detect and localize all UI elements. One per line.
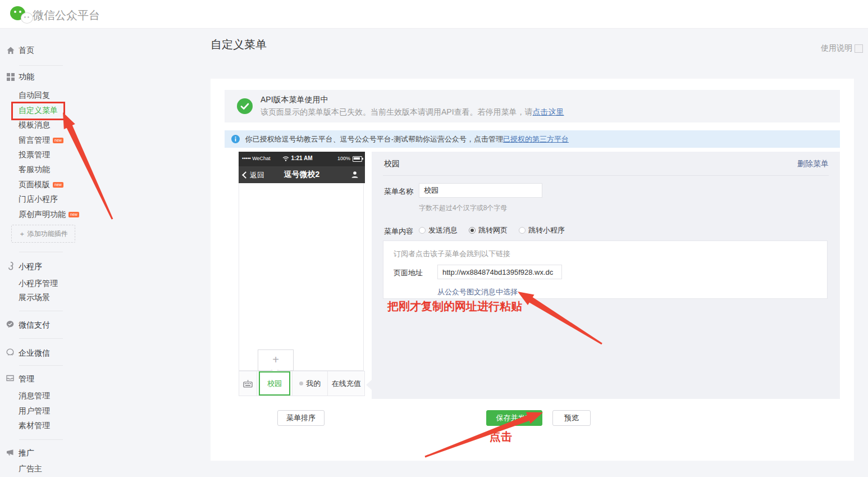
person-icon[interactable] xyxy=(350,170,359,179)
phone-menu-bar: 校园 我的 在线充值 xyxy=(239,371,365,396)
sidebar-item-message-manage[interactable]: 消息管理 xyxy=(19,391,50,401)
sidebar-section-miniprogram[interactable]: 小程序 xyxy=(19,262,42,272)
annotation-click-tip: 点击 xyxy=(490,429,512,444)
editor-title: 校园 xyxy=(384,159,400,169)
radio-icon xyxy=(519,227,526,234)
sidebar-section-wechat-pay[interactable]: 微信支付 xyxy=(19,320,50,330)
info-icon xyxy=(231,135,240,143)
link-tip: 订阅者点击该子菜单会跳到以下链接 xyxy=(394,249,510,259)
divider xyxy=(19,311,63,311)
sidebar-item-customer-service[interactable]: 客服功能 xyxy=(19,165,50,175)
sidebar-item-advertiser[interactable]: 广告主 xyxy=(19,464,42,474)
menu-name-label: 菜单名称 xyxy=(384,187,413,197)
sidebar-item-vote-manage[interactable]: 投票管理 xyxy=(19,150,50,160)
page-url-input[interactable] xyxy=(437,265,562,279)
delete-menu-link[interactable]: 删除菜单 xyxy=(797,159,829,169)
panel-tail xyxy=(366,380,372,390)
sidebar-item-template-message[interactable]: 模板消息 xyxy=(19,120,50,130)
new-badge: new xyxy=(53,182,63,188)
annotation-paste-tip: 把刚才复制的网址进行粘贴 xyxy=(387,299,522,314)
home-icon xyxy=(6,46,15,55)
api-menu-notice: API版本菜单使用中 该页面显示的菜单版本已失效。当前生效版本请调用API查看。… xyxy=(225,90,840,122)
phone-status-bar: ••••• WeChat 1:21 AM 100% xyxy=(239,152,365,166)
sidebar-item-page-template[interactable]: 页面模版new xyxy=(19,180,63,190)
divider xyxy=(19,65,63,66)
new-badge: new xyxy=(68,212,79,217)
stop-menu-link[interactable]: 点击这里 xyxy=(533,107,564,116)
miniprogram-icon xyxy=(6,261,15,270)
radio-jump-webpage[interactable]: 跳转网页 xyxy=(469,225,508,235)
phone-preview: ••••• WeChat 1:21 AM 100% 返回 逗号微校2 + 校园 … xyxy=(239,152,365,396)
grid-icon xyxy=(6,72,15,81)
manage-icon xyxy=(6,374,15,383)
divider xyxy=(19,252,63,252)
check-icon xyxy=(237,98,253,114)
menu-tab-mine[interactable]: 我的 xyxy=(292,371,328,396)
notice-title: API版本菜单使用中 xyxy=(261,95,328,105)
new-badge: new xyxy=(53,138,63,143)
sidebar-item-miniprogram-manage[interactable]: 小程序管理 xyxy=(19,279,58,289)
content-type-radios: 发送消息 跳转网页 跳转小程序 xyxy=(419,225,565,235)
sidebar-item-display-scene[interactable]: 展示场景 xyxy=(19,293,50,303)
arrow-to-custom-menu xyxy=(63,112,113,220)
notice-body: 该页面显示的菜单版本已失效。当前生效版本请调用API查看。若停用菜单，请点击这里 xyxy=(261,107,564,117)
preview-button[interactable]: 预览 xyxy=(552,410,591,426)
sidebar-item-material-manage[interactable]: 素材管理 xyxy=(19,421,50,431)
divider xyxy=(19,439,63,440)
menu-sort-button[interactable]: 菜单排序 xyxy=(277,410,325,426)
battery-icon xyxy=(353,156,362,162)
keyboard-icon xyxy=(243,380,253,388)
top-header: 微信公众平台 xyxy=(0,0,868,29)
submenu-dot-icon xyxy=(299,381,303,385)
wechat-pay-icon xyxy=(6,320,15,329)
menu-content-label: 菜单内容 xyxy=(384,226,413,237)
sidebar-section-work-wechat[interactable]: 企业微信 xyxy=(19,348,50,358)
sidebar-item-store-miniprogram[interactable]: 门店小程序 xyxy=(19,194,58,205)
account-title: 逗号微校2 xyxy=(239,170,365,180)
authorization-bar: 你已授权给逗号幼教云平台、逗号公众号平台-测试帮助你运营公众号，点击管理已授权的… xyxy=(225,130,840,148)
work-wechat-icon xyxy=(6,348,15,357)
radio-icon xyxy=(419,227,426,234)
keyboard-toggle[interactable] xyxy=(239,371,257,396)
battery-label: 100% xyxy=(337,156,350,161)
wechat-mp-platform: 微信公众平台 首页 功能 自动回复 自定义菜单 模板消息 留言管理new 投票管… xyxy=(0,0,868,477)
menu-tab-recharge[interactable]: 在线充值 xyxy=(327,371,364,396)
page-title: 自定义菜单 xyxy=(211,37,267,52)
divider xyxy=(19,365,63,366)
radio-jump-miniprogram[interactable]: 跳转小程序 xyxy=(519,225,565,235)
brand-title: 微信公众平台 xyxy=(33,8,100,23)
radio-checked-icon xyxy=(469,227,476,234)
sidebar-item-home[interactable]: 首页 xyxy=(19,46,34,56)
promote-icon xyxy=(6,448,15,457)
page-url-label: 页面地址 xyxy=(394,268,423,278)
sidebar-section-manage[interactable]: 管理 xyxy=(19,374,34,384)
authorized-platforms-link[interactable]: 已授权的第三方平台 xyxy=(503,135,569,143)
divider xyxy=(19,338,63,339)
phone-screen xyxy=(239,183,364,371)
menu-editor-panel: 校园 删除菜单 菜单名称 字数不超过4个汉字或8个字母 菜单内容 发送消息 跳转… xyxy=(372,152,840,399)
annotation-highlight-box xyxy=(11,102,65,120)
wechat-logo-icon xyxy=(10,5,35,24)
pick-from-articles-link[interactable]: 从公众号图文消息中选择 xyxy=(437,287,518,297)
sidebar-item-auto-reply[interactable]: 自动回复 xyxy=(19,90,50,101)
radio-send-message[interactable]: 发送消息 xyxy=(419,225,458,235)
help-link[interactable]: 使用说明 xyxy=(821,43,863,53)
sidebar-item-comment-manage[interactable]: 留言管理new xyxy=(19,135,63,146)
menu-tab-campus[interactable]: 校园 xyxy=(257,371,292,396)
sidebar-item-original-statement[interactable]: 原创声明功能new xyxy=(19,210,79,220)
save-publish-button[interactable]: 保存并发布 xyxy=(486,410,542,426)
help-icon xyxy=(855,44,863,53)
sidebar-section-features[interactable]: 功能 xyxy=(19,72,34,82)
webpage-link-box: 订阅者点击该子菜单会跳到以下链接 页面地址 从公众号图文消息中选择 xyxy=(383,240,828,299)
menu-name-hint: 字数不超过4个汉字或8个字母 xyxy=(419,203,507,213)
sidebar-item-user-manage[interactable]: 用户管理 xyxy=(19,406,50,416)
menu-name-input[interactable] xyxy=(419,183,542,198)
add-plugin-button[interactable]: ＋ 添加功能插件 xyxy=(11,225,75,243)
divider xyxy=(383,175,829,176)
phone-nav-bar: 返回 逗号微校2 xyxy=(239,166,365,183)
sidebar-section-promote[interactable]: 推广 xyxy=(19,448,34,458)
